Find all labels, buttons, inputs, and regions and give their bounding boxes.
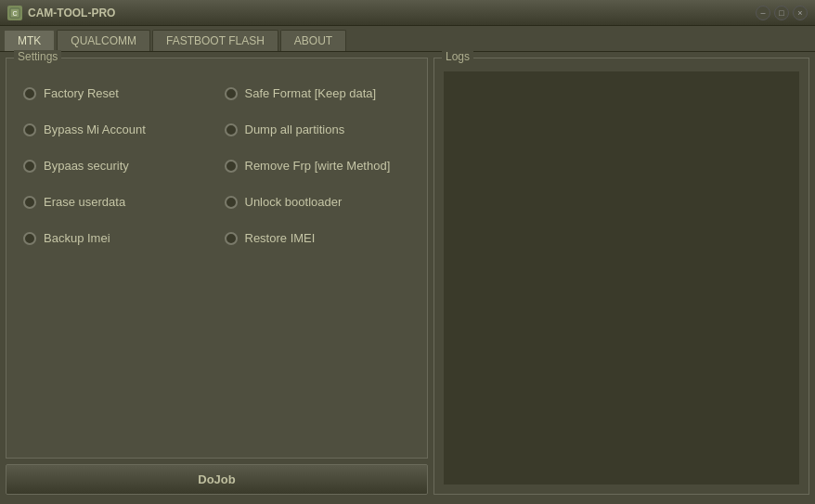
logs-content[interactable] — [444, 71, 799, 485]
maximize-button[interactable]: □ — [774, 6, 789, 20]
settings-group: Settings Factory Reset Safe Format [Keep… — [6, 58, 428, 459]
radio-item-unlock-bootloader[interactable]: Unlock bootloader — [217, 184, 419, 220]
dojob-button[interactable]: DoJob — [6, 464, 428, 495]
close-button[interactable]: × — [793, 6, 808, 20]
radio-item-bypass-security[interactable]: Bypaas security — [16, 148, 217, 184]
label-factory-reset: Factory Reset — [44, 86, 119, 100]
title-buttons: – □ × — [756, 6, 808, 20]
radio-bypass-security[interactable] — [23, 160, 36, 173]
radio-item-remove-frp[interactable]: Remove Frp [wirte Method] — [217, 148, 419, 184]
radio-item-dump-partitions[interactable]: Dump all partitions — [217, 111, 419, 148]
label-backup-imei: Backup Imei — [44, 231, 110, 245]
radio-item-restore-imei[interactable]: Restore IMEI — [217, 220, 419, 256]
settings-legend: Settings — [14, 50, 61, 63]
label-restore-imei: Restore IMEI — [245, 231, 316, 245]
radio-grid: Factory Reset Safe Format [Keep data] By… — [16, 75, 418, 256]
label-dump-partitions: Dump all partitions — [245, 123, 345, 136]
tab-qualcomm[interactable]: QUALCOMM — [57, 30, 150, 51]
label-unlock-bootloader: Unlock bootloader — [245, 195, 343, 209]
radio-dump-partitions[interactable] — [225, 123, 238, 136]
radio-item-safe-format[interactable]: Safe Format [Keep data] — [217, 75, 419, 111]
tab-mtk[interactable]: MTK — [4, 30, 55, 51]
radio-item-erase-userdata[interactable]: Erase userdata — [16, 184, 217, 220]
minimize-button[interactable]: – — [756, 6, 770, 20]
radio-bypass-mi-account[interactable] — [23, 123, 36, 136]
tab-bar: MTK QUALCOMM FASTBOOT FLASH ABOUT — [0, 26, 815, 52]
label-erase-userdata: Erase userdata — [44, 195, 125, 209]
radio-erase-userdata[interactable] — [23, 196, 36, 209]
left-panel: Settings Factory Reset Safe Format [Keep… — [6, 58, 428, 495]
radio-remove-frp[interactable] — [225, 160, 238, 173]
radio-item-factory-reset[interactable]: Factory Reset — [16, 75, 217, 111]
main-content: Settings Factory Reset Safe Format [Keep… — [0, 52, 815, 500]
label-remove-frp: Remove Frp [wirte Method] — [245, 159, 391, 173]
radio-restore-imei[interactable] — [225, 232, 238, 245]
app-title: CAM-TOOL-PRO — [28, 6, 750, 19]
radio-factory-reset[interactable] — [23, 87, 36, 100]
radio-backup-imei[interactable] — [23, 232, 36, 245]
label-bypass-security: Bypaas security — [44, 159, 129, 173]
title-bar: C CAM-TOOL-PRO – □ × — [0, 0, 815, 26]
label-bypass-mi-account: Bypass Mi Account — [44, 123, 146, 136]
radio-item-backup-imei[interactable]: Backup Imei — [16, 220, 217, 256]
radio-safe-format[interactable] — [225, 87, 238, 100]
tab-about[interactable]: ABOUT — [280, 30, 346, 51]
logs-legend: Logs — [442, 50, 473, 63]
tab-fastboot[interactable]: FASTBOOT FLASH — [152, 30, 278, 51]
radio-unlock-bootloader[interactable] — [225, 196, 238, 209]
right-panel: Logs — [433, 58, 809, 495]
app-icon: C — [7, 6, 22, 20]
label-safe-format: Safe Format [Keep data] — [245, 86, 377, 100]
svg-text:C: C — [12, 10, 17, 17]
radio-item-bypass-mi-account[interactable]: Bypass Mi Account — [16, 111, 217, 148]
